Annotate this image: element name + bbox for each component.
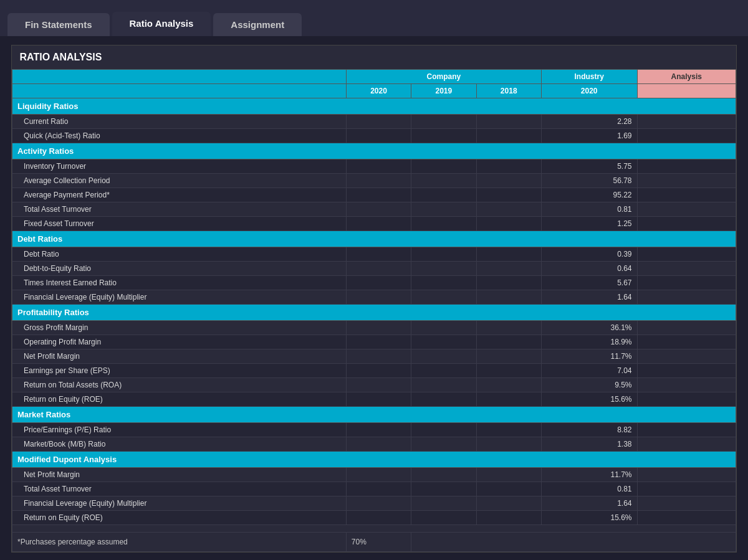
- table-row: Average Collection Period 56.78: [12, 174, 736, 188]
- header-2020: 2020: [346, 84, 411, 98]
- category-debt-label: Debt Ratios: [12, 231, 736, 247]
- table-row: Price/Earnings (P/E) Ratio 8.82: [12, 423, 736, 437]
- category-profitability: Profitability Ratios: [12, 305, 736, 321]
- row-ind2020: 15.6%: [541, 511, 637, 525]
- table-row: Financial Leverage (Equity) Multiplier 1…: [12, 290, 736, 305]
- row-ind2020: 18.9%: [541, 335, 637, 349]
- category-activity-label: Activity Ratios: [12, 143, 736, 159]
- row-label: Operating Profit Margin: [12, 335, 347, 349]
- row-label: Financial Leverage (Equity) Multiplier: [12, 290, 347, 305]
- category-profitability-label: Profitability Ratios: [12, 305, 736, 321]
- row-ind2020: 7.04: [541, 364, 637, 378]
- row-c2019[interactable]: [411, 115, 476, 129]
- table-row: Fixed Asset Turnover 1.25: [12, 217, 736, 231]
- row-ind2020: 0.81: [541, 202, 637, 217]
- row-c2020[interactable]: [346, 129, 411, 143]
- header-industry-label: Industry: [541, 70, 637, 84]
- row-analysis[interactable]: [637, 115, 736, 129]
- row-label: Return on Equity (ROE): [12, 392, 347, 407]
- row-label: Financial Leverage (Equity) Multiplier: [12, 496, 347, 511]
- header-analysis: Analysis: [637, 70, 736, 84]
- table-row: Inventory Turnover 5.75: [12, 159, 736, 174]
- table-row: Return on Equity (ROE) 15.6%: [12, 511, 736, 525]
- row-ind2020: 1.69: [541, 129, 637, 143]
- table-row: Total Asset Turnover 0.81: [12, 202, 736, 217]
- table-row: Debt-to-Equity Ratio 0.64: [12, 262, 736, 276]
- table-row: Net Profit Margin 11.7%: [12, 468, 736, 482]
- ratio-analysis-table: RATIO ANALYSIS Company Industry Analysis…: [11, 45, 737, 553]
- row-label: Average Collection Period: [12, 174, 347, 188]
- category-activity: Activity Ratios: [12, 143, 736, 159]
- row-label: Times Interest Earned Ratio: [12, 276, 347, 290]
- category-dupont-label: Modified Dupont Analysis: [12, 452, 736, 468]
- table-title-row: RATIO ANALYSIS: [12, 45, 736, 70]
- row-ind2020: 0.81: [541, 482, 637, 496]
- header-row-2: 2020 2019 2018 2020: [12, 84, 736, 98]
- table-row: Market/Book (M/B) Ratio 1.38: [12, 437, 736, 452]
- row-label: Average Payment Period*: [12, 188, 347, 202]
- table-row: Earnings per Share (EPS) 7.04: [12, 364, 736, 378]
- tab-fin-statements[interactable]: Fin Statements: [7, 13, 110, 36]
- row-label: Debt Ratio: [12, 247, 347, 262]
- row-ind2020: 36.1%: [541, 321, 637, 335]
- row-ind2020: 5.75: [541, 159, 637, 174]
- header-empty: [12, 70, 347, 84]
- row-label: Gross Profit Margin: [12, 321, 347, 335]
- row-ind2020: 11.7%: [541, 468, 637, 482]
- tab-assignment[interactable]: Assignment: [213, 13, 302, 36]
- tab-bar: Fin Statements Ratio Analysis Assignment: [0, 0, 748, 36]
- category-dupont: Modified Dupont Analysis: [12, 452, 736, 468]
- table-row: Current Ratio 2.28: [12, 115, 736, 129]
- row-label: Market/Book (M/B) Ratio: [12, 437, 347, 452]
- tab-ratio-analysis[interactable]: Ratio Analysis: [112, 12, 211, 36]
- row-analysis[interactable]: [637, 129, 736, 143]
- header-row-1: Company Industry Analysis: [12, 70, 736, 84]
- row-ind2020: 1.64: [541, 290, 637, 305]
- row-c2019[interactable]: [411, 129, 476, 143]
- table-row: Net Profit Margin 11.7%: [12, 349, 736, 364]
- table-row: Debt Ratio 0.39: [12, 247, 736, 262]
- footer-note-row: *Purchases percentage assumed 70%: [12, 533, 736, 552]
- table-row: Gross Profit Margin 36.1%: [12, 321, 736, 335]
- row-c2018[interactable]: [476, 129, 541, 143]
- table-row: Times Interest Earned Ratio 5.67: [12, 276, 736, 290]
- header-2018: 2018: [476, 84, 541, 98]
- row-ind2020: 9.5%: [541, 378, 637, 392]
- table-row: Return on Equity (ROE) 15.6%: [12, 392, 736, 407]
- footer-note-text: *Purchases percentage assumed: [12, 533, 347, 552]
- table-row: Return on Total Assets (ROA) 9.5%: [12, 378, 736, 392]
- row-label: Return on Total Assets (ROA): [12, 378, 347, 392]
- row-label: Fixed Asset Turnover: [12, 217, 347, 231]
- main-content: RATIO ANALYSIS Company Industry Analysis…: [0, 36, 748, 560]
- spacer-row: [12, 525, 736, 533]
- category-market: Market Ratios: [12, 407, 736, 423]
- row-label: Total Asset Turnover: [12, 202, 347, 217]
- row-c2018[interactable]: [476, 115, 541, 129]
- row-label: Current Ratio: [12, 115, 347, 129]
- row-ind2020: 1.25: [541, 217, 637, 231]
- row-ind2020: 5.67: [541, 276, 637, 290]
- row-ind2020: 1.38: [541, 437, 637, 452]
- table-row: Average Payment Period* 95.22: [12, 188, 736, 202]
- table-row: Operating Profit Margin 18.9%: [12, 335, 736, 349]
- footer-note-value: 70%: [346, 533, 411, 552]
- row-c2020[interactable]: [346, 115, 411, 129]
- row-ind2020: 8.82: [541, 423, 637, 437]
- table-row: Total Asset Turnover 0.81: [12, 482, 736, 496]
- category-debt: Debt Ratios: [12, 231, 736, 247]
- row-label: Return on Equity (ROE): [12, 511, 347, 525]
- row-label: Inventory Turnover: [12, 159, 347, 174]
- header-analysis-empty: [637, 84, 736, 98]
- row-label: Debt-to-Equity Ratio: [12, 262, 347, 276]
- category-market-label: Market Ratios: [12, 407, 736, 423]
- row-label: Price/Earnings (P/E) Ratio: [12, 423, 347, 437]
- row-ind2020: 56.78: [541, 174, 637, 188]
- row-ind2020: 0.39: [541, 247, 637, 262]
- table-title: RATIO ANALYSIS: [12, 45, 736, 70]
- category-liquidity-label: Liquidity Ratios: [12, 98, 736, 115]
- header-row2-empty: [12, 84, 347, 98]
- row-label: Net Profit Margin: [12, 468, 347, 482]
- table-row: Quick (Acid-Test) Ratio 1.69: [12, 129, 736, 143]
- row-label: Total Asset Turnover: [12, 482, 347, 496]
- header-2019: 2019: [411, 84, 476, 98]
